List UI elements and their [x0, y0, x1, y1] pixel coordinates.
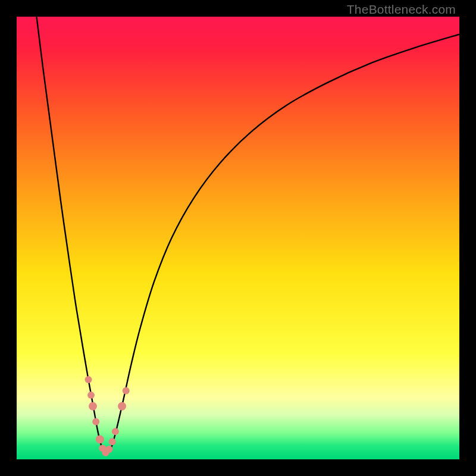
bottleneck-chart: [17, 17, 459, 459]
marker-dot: [118, 402, 126, 411]
marker-dot: [87, 392, 95, 399]
marker-dot: [109, 438, 116, 445]
chart-frame: TheBottleneck.com: [0, 0, 476, 476]
marker-dot: [123, 387, 130, 394]
marker-dot: [105, 446, 112, 453]
marker-dot: [92, 418, 99, 425]
watermark-text: TheBottleneck.com: [347, 2, 456, 17]
marker-dot: [89, 402, 97, 411]
marker-dot: [112, 428, 119, 435]
marker-dot: [85, 376, 92, 383]
marker-dot: [96, 436, 104, 444]
gradient-background: [17, 17, 459, 459]
